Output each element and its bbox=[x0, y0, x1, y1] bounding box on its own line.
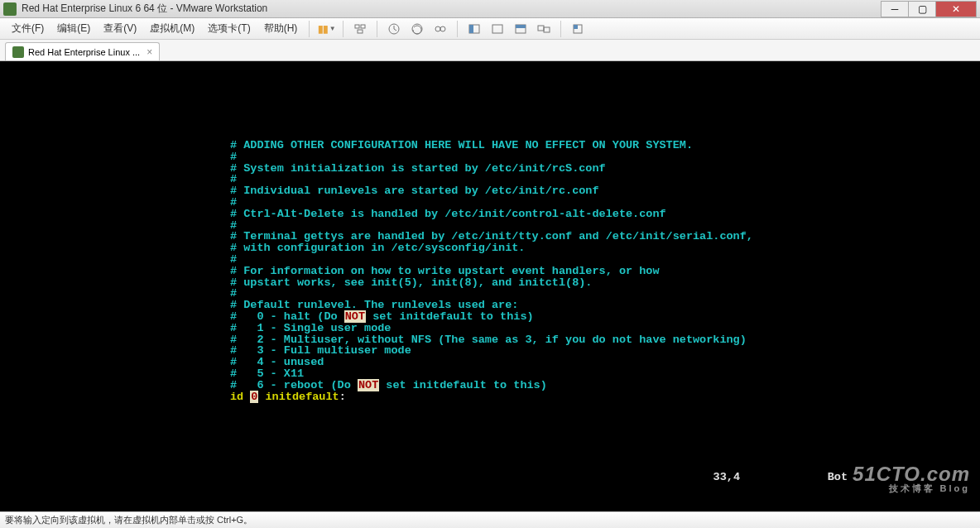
menu-view[interactable]: 查看(V) bbox=[97, 22, 143, 36]
tab-label: Red Hat Enterprise Linux ... bbox=[28, 47, 140, 57]
maximize-button[interactable]: ▢ bbox=[908, 1, 936, 17]
svg-rect-1 bbox=[361, 25, 365, 28]
svg-point-5 bbox=[435, 26, 440, 31]
minimize-button[interactable]: ─ bbox=[881, 1, 909, 17]
svg-rect-9 bbox=[492, 25, 502, 33]
svg-rect-15 bbox=[574, 25, 578, 29]
svg-rect-8 bbox=[469, 25, 473, 33]
watermark-sub: 技术博客 Blog bbox=[853, 484, 970, 493]
svg-rect-12 bbox=[538, 26, 544, 31]
divider bbox=[560, 21, 561, 37]
pause-vm-button[interactable]: ▮▮▼ bbox=[316, 20, 336, 38]
thumbnail-bar-button[interactable] bbox=[511, 20, 531, 38]
statusbar: 要将输入定向到该虚拟机，请在虚拟机内部单击或按 Ctrl+G。 bbox=[0, 511, 980, 528]
fullscreen-button[interactable] bbox=[464, 20, 484, 38]
close-button[interactable]: ✕ bbox=[935, 1, 977, 17]
window-titlebar: Red Hat Enterprise Linux 6 64 位 - VMware… bbox=[0, 0, 980, 18]
vim-cursor-position: 33,4 bbox=[713, 471, 740, 483]
tab-close-icon[interactable]: × bbox=[147, 46, 152, 58]
multi-monitor-button[interactable] bbox=[534, 20, 554, 38]
terminal-content: # ADDING OTHER CONFIGURATION HERE WILL H… bbox=[230, 140, 753, 402]
statusbar-text: 要将输入定向到该虚拟机，请在虚拟机内部单击或按 Ctrl+G。 bbox=[5, 514, 252, 526]
vm-icon bbox=[12, 46, 24, 58]
svg-rect-11 bbox=[516, 25, 526, 28]
app-icon bbox=[3, 2, 17, 16]
send-ctrl-alt-del-button[interactable] bbox=[350, 20, 370, 38]
watermark-main: 51CTO.com bbox=[853, 463, 970, 485]
vim-scroll-position: Bot bbox=[828, 471, 848, 483]
window-title: Red Hat Enterprise Linux 6 64 位 - VMware… bbox=[22, 2, 882, 16]
menu-edit[interactable]: 编辑(E) bbox=[50, 22, 97, 36]
watermark: 51CTO.com 技术博客 Blog bbox=[853, 464, 970, 493]
tab-bar: Red Hat Enterprise Linux ... × bbox=[0, 40, 980, 61]
snapshot-revert-button[interactable] bbox=[407, 20, 427, 38]
menu-file[interactable]: 文件(F) bbox=[5, 22, 50, 36]
vm-tab[interactable]: Red Hat Enterprise Linux ... × bbox=[5, 42, 160, 60]
library-button[interactable] bbox=[568, 20, 588, 38]
divider bbox=[377, 21, 377, 37]
snapshot-take-button[interactable] bbox=[384, 20, 404, 38]
unity-button[interactable] bbox=[488, 20, 507, 38]
svg-rect-0 bbox=[355, 25, 359, 28]
divider bbox=[309, 21, 310, 37]
divider bbox=[343, 21, 343, 37]
menu-vm[interactable]: 虚拟机(M) bbox=[143, 22, 201, 36]
vm-console[interactable]: # ADDING OTHER CONFIGURATION HERE WILL H… bbox=[0, 61, 980, 511]
menubar: 文件(F) 编辑(E) 查看(V) 虚拟机(M) 选项卡(T) 帮助(H) ▮▮… bbox=[0, 18, 980, 40]
divider bbox=[457, 21, 458, 37]
svg-rect-2 bbox=[358, 30, 363, 33]
svg-rect-13 bbox=[544, 27, 550, 32]
snapshot-manager-button[interactable] bbox=[430, 20, 450, 38]
menu-tabs[interactable]: 选项卡(T) bbox=[201, 22, 257, 36]
menu-help[interactable]: 帮助(H) bbox=[257, 22, 305, 36]
svg-point-6 bbox=[440, 26, 445, 31]
